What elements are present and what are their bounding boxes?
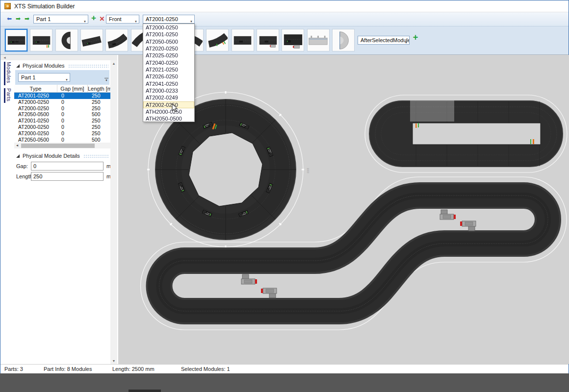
table-row[interactable]: AT2000-02500250 (14, 124, 116, 130)
table-cell-type: AT2001-0250 (14, 118, 57, 124)
module-thumbnail-straight-plain[interactable] (232, 29, 254, 51)
desktop-area (0, 373, 569, 392)
panel-vertical-scrollbar[interactable]: ▲ ▼ (110, 60, 117, 364)
back-arrow-icon[interactable]: ⬅ (5, 15, 13, 23)
dropdown-item[interactable]: AT2000-0250 (143, 24, 194, 31)
table-cell-gap: 0 (57, 124, 88, 130)
table-cell-type: AT2050-0500 (14, 111, 57, 118)
add-module-button[interactable]: + (411, 32, 420, 42)
table-row[interactable]: AT2050-05000500 (14, 111, 116, 118)
dropdown-item[interactable]: AT2020-0250 (143, 45, 194, 52)
add-part-button[interactable]: + (90, 14, 98, 22)
table-row[interactable]: AT2001-02500250 (14, 118, 116, 124)
status-bar: Parts: 3 Part Info: 8 Modules Length: 25… (0, 364, 569, 374)
table-cell-type: AT2000-0250 (14, 130, 57, 137)
side-select[interactable]: Front ▼ (106, 15, 139, 24)
table-cell-gap: 0 (57, 137, 88, 143)
column-header-type[interactable]: Type (14, 85, 57, 92)
oval-track[interactable] (369, 100, 563, 167)
status-parts: Parts: 3 (4, 366, 23, 372)
table-cell-type: AT2000-0250 (14, 99, 57, 105)
panel-collapse-strip[interactable]: ◄ (0, 55, 117, 60)
table-row[interactable]: AT2000-02500250 (14, 99, 116, 105)
length-field-row: Length: 250 mm (16, 172, 114, 181)
oval-track-inner-hole (413, 123, 541, 145)
gap-field-row: Gap: 0 mm (16, 162, 114, 171)
module-type-select-value: AT2001-0250 (146, 16, 178, 22)
table-row[interactable]: AT2000-02500250 (14, 105, 116, 112)
dropdown-item[interactable]: AT2001-0250 (143, 31, 194, 38)
module-thumbnail-straight-marks[interactable] (30, 29, 52, 51)
table-cell-gap: 0 (57, 93, 88, 99)
dropdown-item[interactable]: ATH2050-0500 (143, 115, 194, 122)
modules-table-body: AT2001-02500250AT2000-02500250AT2000-025… (14, 93, 116, 143)
dropdown-item[interactable]: AT2000-0233 (143, 87, 194, 94)
dropdown-item[interactable]: AT2040-0250 (143, 59, 194, 66)
module-thumbnail-curve-45[interactable] (105, 29, 128, 51)
forward-arrow-icon[interactable]: ➡ (14, 15, 22, 23)
scrollbar-thumb[interactable] (21, 144, 95, 148)
table-horizontal-scrollbar[interactable]: ◄ ► (14, 143, 116, 148)
physical-modules-header[interactable]: Physical Modules (16, 62, 108, 69)
panel-part-select[interactable]: Part 1 ▼ (18, 73, 70, 82)
dropdown-item[interactable]: AT2041-0250 (143, 80, 194, 87)
tab-parts[interactable]: Parts (6, 88, 12, 101)
panel-part-select-value: Part 1 (21, 74, 35, 80)
module-details-title: Physical Module Details (23, 153, 80, 159)
part-select-value: Part 1 (36, 16, 51, 22)
table-row[interactable]: AT2050-05000500 (14, 137, 116, 143)
dropdown-item[interactable]: AT2021-0250 (143, 66, 194, 73)
scroll-left-icon[interactable]: ◄ (14, 143, 20, 148)
module-thumbnail-straight[interactable] (5, 29, 27, 51)
length-input[interactable]: 250 (31, 172, 103, 181)
dropdown-item[interactable]: AT2002-0250 (143, 101, 194, 108)
part-select[interactable]: Part 1 ▼ (33, 15, 88, 24)
selected-module-highlight (410, 100, 454, 122)
part-select-box: Part 1 ▼ ▼ (15, 70, 109, 85)
mouse-cursor (172, 103, 179, 113)
side-select-value: Front (109, 16, 122, 22)
scroll-down-icon[interactable]: ▼ (110, 358, 117, 364)
dropdown-item[interactable]: ATH2000-0250 (143, 108, 194, 115)
chevron-down-icon: ▼ (65, 76, 68, 82)
module-details-header[interactable]: Physical Module Details (16, 152, 108, 159)
pin-icon[interactable]: ▼ (104, 78, 108, 82)
table-cell-type: AT2050-0500 (14, 137, 57, 143)
gap-input[interactable]: 0 (31, 162, 103, 171)
table-row[interactable]: AT2000-02500250 (14, 130, 116, 137)
dropdown-item[interactable]: AT2026-0250 (143, 73, 194, 80)
scroll-up-icon[interactable]: ▲ (110, 60, 117, 67)
module-thumbnail-curve-slight[interactable] (80, 29, 103, 51)
expander-triangle-icon (16, 64, 20, 68)
dim-label: 1000 (307, 168, 310, 173)
dropdown-item[interactable]: AT2025-0250 (143, 52, 194, 59)
tab-modules[interactable]: Modules (6, 62, 12, 83)
table-cell-gap: 0 (57, 105, 88, 112)
chevron-down-icon: ▼ (405, 39, 408, 45)
table-row[interactable]: AT2001-02500250 (14, 93, 116, 99)
table-cell-gap: 0 (57, 99, 88, 105)
dotted-leader (68, 64, 108, 68)
insert-mode-select-value: AfterSelectedModule (361, 37, 410, 43)
chevron-down-icon: ▼ (190, 18, 193, 24)
module-dropdown-list: AT2000-0250AT2001-0250AT2050-0500AT2020-… (143, 24, 195, 122)
module-thumbnail-gray-straight[interactable] (307, 29, 330, 51)
dropdown-item[interactable]: AT2050-0500 (143, 38, 194, 45)
insert-mode-select[interactable]: AfterSelectedModule ▼ (358, 36, 410, 45)
table-cell-gap: 0 (57, 111, 88, 118)
tab-indicator (4, 88, 5, 103)
forward-to-end-arrow-icon[interactable]: ➡ (23, 15, 31, 23)
dropdown-item[interactable]: AT2002-0249 (143, 94, 194, 101)
table-cell-gap: 0 (57, 130, 88, 137)
column-header-gap[interactable]: Gap [mm] (57, 85, 88, 92)
module-thumbnail-curve-marks[interactable] (206, 29, 229, 51)
module-type-select[interactable]: AT2001-0250 ▼ (143, 15, 195, 24)
physical-modules-title: Physical Modules (23, 63, 65, 69)
module-thumbnail-straight-bracket[interactable] (257, 29, 279, 51)
module-thumbnail-gray-half-circle[interactable] (332, 29, 355, 51)
module-thumbnail-straight-mover[interactable] (282, 29, 304, 51)
screen: XTS Simulation Builder ⬅ ➡ ➡ Part 1 ▼ + … (0, 0, 569, 392)
module-thumbnail-half-circle[interactable] (55, 29, 78, 51)
window-title: XTS Simulation Builder (14, 3, 75, 10)
delete-part-button[interactable]: ✕ (98, 15, 106, 23)
